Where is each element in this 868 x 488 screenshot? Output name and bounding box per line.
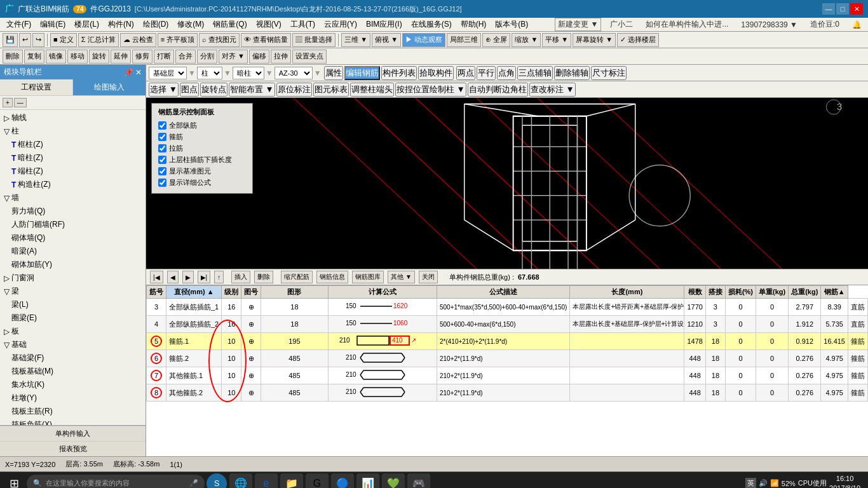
mirror-button[interactable]: 镜像: [46, 50, 66, 64]
table-row[interactable]: 8 其他箍筋.2 10 ⊕ 485 210 210+2*(11.9*d) 448…: [147, 384, 868, 402]
single-component-input-button[interactable]: 单构件输入: [0, 426, 146, 441]
menu-draw[interactable]: 绘图(D): [139, 18, 173, 31]
extend-button[interactable]: 延伸: [111, 50, 131, 64]
save-button[interactable]: 💾: [3, 33, 18, 47]
sidebar-item-wall[interactable]: ▽ 墙: [1, 191, 144, 205]
taskbar-app-folder[interactable]: 📁: [280, 473, 303, 489]
smart-layout-button[interactable]: 智能布置 ▼: [229, 83, 275, 97]
sidebar-remove-button[interactable]: —: [14, 98, 27, 107]
taskbar-app-green[interactable]: 💚: [382, 473, 405, 489]
table-row[interactable]: 5 箍筋.1 10 ⊕ 195 210 410 ↗ 2*(410+210)+2*…: [147, 333, 868, 350]
scale-rebar-button[interactable]: 缩尺配筋: [281, 271, 313, 283]
sidebar-item-foundation[interactable]: ▽ 基础: [1, 338, 144, 351]
sidebar-item-ring-beam[interactable]: 圈梁(E): [9, 311, 144, 325]
taskbar-app-excel[interactable]: 📊: [356, 473, 379, 489]
taskbar-app-chrome[interactable]: G: [306, 473, 329, 489]
sidebar-item-hidden-column[interactable]: T 暗柱(Z): [9, 151, 144, 165]
point-angle-button[interactable]: 点角: [497, 66, 516, 80]
menu-tools[interactable]: 工具(T): [287, 18, 319, 31]
sidebar-item-beam-l[interactable]: 梁(L): [9, 298, 144, 311]
pan-button[interactable]: 平移 ▼: [542, 33, 571, 47]
three-point-axis-button[interactable]: 三点辅轴: [517, 66, 553, 80]
component-type-selector[interactable]: 柱: [197, 67, 222, 79]
table-row[interactable]: 7 其他箍筋.1 10 ⊕ 485 210 210+2*(11.9*d) 448…: [147, 367, 868, 384]
checkbox-show-formula[interactable]: 显示详细公式: [158, 178, 246, 187]
redo-button[interactable]: ↪: [32, 33, 44, 47]
property-button[interactable]: 属性: [324, 66, 343, 80]
element-table-button[interactable]: 图元标表: [313, 83, 349, 97]
sidebar-item-raft-main[interactable]: 筏板主筋(R): [9, 405, 144, 418]
component-name-selector[interactable]: AZ-30: [275, 67, 313, 79]
sidebar-item-slab[interactable]: ▷ 板: [1, 325, 144, 338]
close-panel-button[interactable]: 关闭: [419, 271, 438, 283]
sidebar-item-masonry-rebar[interactable]: 砌体加筋(Y): [9, 258, 144, 271]
delete-row-button[interactable]: 删除: [254, 271, 273, 283]
table-row[interactable]: 3 全部纵筋插筋_1 16 ⊕ 18 150 1620 500+1*max(35…: [147, 299, 868, 316]
rotate-element-button[interactable]: 旋转: [89, 50, 109, 64]
checkbox-stirrup[interactable]: 箍筋: [158, 132, 246, 142]
define-button[interactable]: ■ 定义: [50, 33, 77, 47]
break-button[interactable]: 打断: [154, 50, 174, 64]
select-floor-button[interactable]: ✓ 选择楼层: [617, 33, 659, 47]
start-button[interactable]: ⊞: [3, 473, 25, 489]
set-grip-button[interactable]: 设置夹点: [292, 50, 327, 64]
nav-prev-button[interactable]: ◀: [167, 271, 179, 283]
offset-button[interactable]: 偏移: [249, 50, 269, 64]
table-row[interactable]: 6 箍筋.2 10 ⊕ 485 210 210+2*(11.9*d) 448 1…: [147, 350, 868, 367]
table-row[interactable]: 4 全部纵筋插筋_2 16 ⊕ 18 150 1060 500+600-40+m…: [147, 316, 868, 333]
nav-up-button[interactable]: ↑: [214, 271, 224, 283]
taskbar-app-software[interactable]: S: [207, 473, 227, 489]
menu-floor[interactable]: 楼层(L): [71, 18, 103, 31]
insert-row-button[interactable]: 插入: [231, 271, 250, 283]
dynamic-view-button[interactable]: ▶ 动态观察: [402, 33, 445, 47]
report-preview-button[interactable]: 报表预览: [0, 441, 146, 456]
zoom-button[interactable]: 缩放 ▼: [512, 33, 541, 47]
sidebar-pin[interactable]: 📌 ✕: [124, 68, 142, 77]
menu-modify[interactable]: 修改(M): [173, 18, 208, 31]
checkbox-upper-insert[interactable]: 上层柱插筋下插长度: [158, 155, 246, 165]
select-button[interactable]: 选择 ▼: [149, 83, 179, 97]
fullscreen-button[interactable]: ⊕ 全屏: [482, 33, 510, 47]
taskbar-app-game[interactable]: 🎮: [407, 473, 430, 489]
minimize-button[interactable]: —: [822, 3, 835, 15]
menu-rebar-qty[interactable]: 钢筋量(Q): [209, 18, 250, 31]
rotate-point-button[interactable]: 旋转点: [200, 83, 227, 97]
menu-help[interactable]: 帮助(H): [457, 18, 491, 31]
sidebar-item-hidden-beam[interactable]: 暗梁(A): [9, 245, 144, 258]
component-subtype-selector[interactable]: 暗柱: [233, 67, 264, 79]
taskbar-app-ie[interactable]: e: [255, 473, 278, 489]
nav-first-button[interactable]: |◀: [150, 271, 163, 283]
project-settings-tab[interactable]: 工程设置: [0, 79, 73, 95]
sidebar-item-raft[interactable]: 筏板基础(M): [9, 365, 144, 378]
trim-button[interactable]: 修剪: [132, 50, 153, 64]
checkbox-tie[interactable]: 拉筋: [158, 144, 246, 153]
sidebar-item-end-column[interactable]: T 端柱(Z): [9, 165, 144, 178]
taskbar-app-browser1[interactable]: 🌐: [229, 473, 252, 489]
menu-bim[interactable]: BIM应用(I): [362, 18, 406, 31]
batch-select-button[interactable]: ▤ 批量选择: [292, 33, 336, 47]
sidebar-item-frame-column[interactable]: T 框柱(Z): [9, 138, 144, 151]
sidebar-item-axis[interactable]: ▷ 轴线: [1, 111, 144, 125]
sidebar-add-button[interactable]: +: [3, 98, 13, 107]
local-3d-button[interactable]: 局部三维: [447, 33, 481, 47]
topview-button[interactable]: 俯视 ▼: [372, 33, 401, 47]
sidebar-item-beam[interactable]: ▽ 梁: [1, 285, 144, 298]
sidebar-item-pile-cap-pier[interactable]: 柱墩(Y): [9, 391, 144, 405]
change-mark-button[interactable]: 查改标注 ▼: [529, 83, 576, 97]
auto-corner-button[interactable]: 自动判断边角柱: [468, 83, 528, 97]
rebar-library-button[interactable]: 钢筋图库: [352, 271, 384, 283]
stretch-button[interactable]: 拉伸: [271, 50, 291, 64]
split-button[interactable]: 分割: [197, 50, 217, 64]
cloud-check-button[interactable]: ☁ 云检查: [120, 33, 156, 47]
drawing-input-tab[interactable]: 绘图输入: [73, 79, 146, 95]
taskbar-app-blue[interactable]: 🔵: [331, 473, 354, 489]
menu-component[interactable]: 构件(N): [104, 18, 138, 31]
in-situ-mark-button[interactable]: 原位标注: [276, 83, 312, 97]
nav-last-button[interactable]: ▶|: [198, 271, 211, 283]
other-menu-button[interactable]: 其他 ▼: [388, 271, 415, 283]
find-element-button[interactable]: ⌕ 查找图元: [199, 33, 240, 47]
level-floor-button[interactable]: ≡ 齐平板顶: [158, 33, 198, 47]
menu-online[interactable]: 在线服务(S): [407, 18, 456, 31]
menu-file[interactable]: 文件(F): [3, 18, 35, 31]
move-button[interactable]: 移动: [67, 50, 88, 64]
